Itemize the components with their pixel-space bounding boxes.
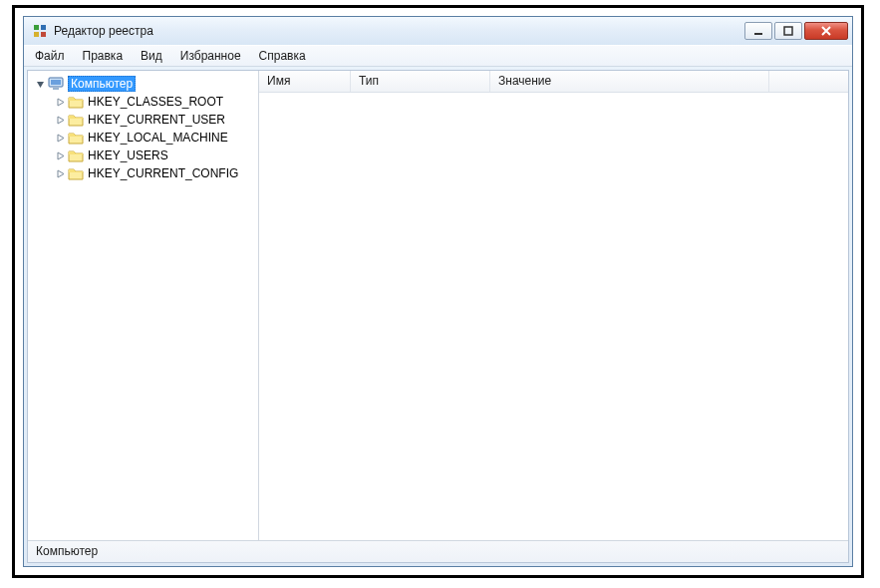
statusbar-path: Компьютер bbox=[36, 544, 98, 558]
panes: Компьютер HKEY_CLASSES_ROOTHKEY_CURRENT_… bbox=[28, 71, 848, 540]
menu-view[interactable]: Вид bbox=[132, 46, 171, 66]
svg-rect-8 bbox=[53, 88, 59, 90]
list-header: Имя Тип Значение bbox=[259, 71, 848, 93]
svg-rect-0 bbox=[34, 25, 39, 30]
maximize-button[interactable] bbox=[774, 22, 802, 40]
menu-help[interactable]: Справка bbox=[250, 46, 315, 66]
tree-item[interactable]: HKEY_CLASSES_ROOT bbox=[28, 93, 258, 111]
expand-icon[interactable] bbox=[54, 167, 66, 179]
svg-rect-2 bbox=[34, 32, 39, 37]
folder-icon bbox=[68, 165, 84, 181]
tree-item[interactable]: HKEY_LOCAL_MACHINE bbox=[28, 129, 258, 147]
folder-icon bbox=[68, 112, 84, 128]
menu-file[interactable]: Файл bbox=[26, 46, 74, 66]
menu-favorites[interactable]: Избранное bbox=[171, 46, 250, 66]
list-pane: Имя Тип Значение bbox=[259, 71, 848, 540]
expand-icon[interactable] bbox=[54, 96, 66, 108]
window-buttons bbox=[744, 22, 848, 40]
collapse-icon[interactable] bbox=[34, 78, 46, 90]
tree-root-label[interactable]: Компьютер bbox=[68, 76, 136, 92]
folder-icon bbox=[68, 147, 84, 163]
folder-icon bbox=[68, 94, 84, 110]
tree-item-label[interactable]: HKEY_CURRENT_CONFIG bbox=[88, 166, 238, 180]
svg-rect-1 bbox=[41, 25, 46, 30]
tree-item[interactable]: HKEY_USERS bbox=[28, 147, 258, 164]
menubar: Файл Правка Вид Избранное Справка bbox=[24, 45, 852, 67]
column-value[interactable]: Значение bbox=[490, 71, 769, 92]
registry-editor-window: Редактор реестра Файл Правка Вид Избранн… bbox=[23, 16, 853, 567]
app-icon bbox=[32, 23, 48, 39]
tree-item-label[interactable]: HKEY_USERS bbox=[88, 148, 168, 162]
svg-rect-4 bbox=[754, 33, 762, 35]
column-name[interactable]: Имя bbox=[259, 71, 351, 92]
svg-rect-3 bbox=[41, 32, 46, 37]
expand-icon[interactable] bbox=[54, 149, 66, 161]
screenshot-frame: Редактор реестра Файл Правка Вид Избранн… bbox=[12, 5, 864, 578]
column-type[interactable]: Тип bbox=[351, 71, 490, 92]
svg-rect-7 bbox=[51, 80, 61, 85]
tree-item-label[interactable]: HKEY_CURRENT_USER bbox=[88, 113, 225, 127]
close-button[interactable] bbox=[804, 22, 848, 40]
client-area: Компьютер HKEY_CLASSES_ROOTHKEY_CURRENT_… bbox=[27, 70, 849, 563]
tree-item-label[interactable]: HKEY_LOCAL_MACHINE bbox=[88, 131, 228, 145]
tree-root-row[interactable]: Компьютер bbox=[28, 75, 258, 93]
tree-item[interactable]: HKEY_CURRENT_USER bbox=[28, 111, 258, 129]
list-body[interactable] bbox=[259, 93, 848, 540]
tree-item[interactable]: HKEY_CURRENT_CONFIG bbox=[28, 164, 258, 182]
minimize-button[interactable] bbox=[744, 22, 772, 40]
titlebar[interactable]: Редактор реестра bbox=[24, 17, 852, 45]
statusbar: Компьютер bbox=[28, 540, 848, 562]
tree-pane[interactable]: Компьютер HKEY_CLASSES_ROOTHKEY_CURRENT_… bbox=[28, 71, 259, 540]
svg-rect-5 bbox=[784, 27, 792, 35]
folder-icon bbox=[68, 130, 84, 146]
tree-item-label[interactable]: HKEY_CLASSES_ROOT bbox=[88, 95, 223, 109]
menu-edit[interactable]: Правка bbox=[74, 46, 133, 66]
computer-icon bbox=[48, 76, 64, 92]
window-title: Редактор реестра bbox=[54, 24, 744, 38]
expand-icon[interactable] bbox=[54, 114, 66, 126]
column-spacer[interactable] bbox=[769, 71, 848, 92]
expand-icon[interactable] bbox=[54, 132, 66, 144]
